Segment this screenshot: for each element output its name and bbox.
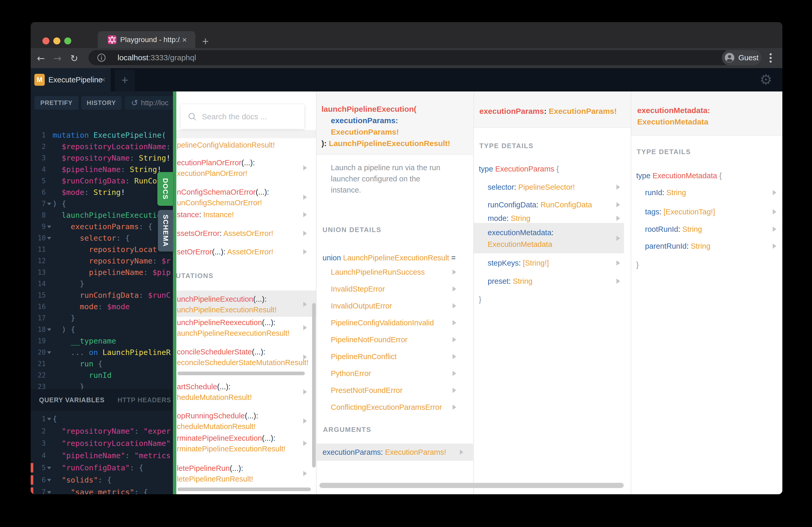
doc-row[interactable]: aunchPipelineReexecutionResult!: [177, 329, 290, 337]
doc-row[interactable]: UTATIONS: [176, 271, 214, 280]
doc-row[interactable]: executionMetadata:: [637, 106, 710, 115]
doc-row[interactable]: preset: String: [488, 277, 533, 286]
doc-row[interactable]: ssetsOrError: AssetsOrError!: [177, 229, 273, 238]
doc-row[interactable]: heduleMutationResult!: [177, 393, 252, 402]
doc-row[interactable]: type ExecutionMetadata {: [636, 171, 722, 180]
playground-new-tab-button[interactable]: +: [115, 70, 135, 91]
chevron-right-icon[interactable]: [617, 202, 620, 207]
doc-row[interactable]: rminatePipelineExecution(...):: [177, 434, 275, 442]
chevron-right-icon[interactable]: [452, 286, 456, 291]
chevron-right-icon[interactable]: [303, 441, 307, 446]
doc-row[interactable]: unConfigSchemaOrError!: [177, 198, 262, 207]
doc-row[interactable]: stepKeys: [String!]: [488, 259, 549, 267]
doc-row[interactable]: tags: [ExecutionTag!]: [645, 208, 715, 216]
doc-row[interactable]: PythonError: [331, 369, 371, 378]
doc-row[interactable]: InvalidOutputError: [331, 302, 392, 310]
chevron-right-icon[interactable]: [773, 190, 777, 195]
chevron-right-icon[interactable]: [303, 195, 307, 200]
tab-schema[interactable]: SCHEMA: [158, 210, 173, 252]
doc-row[interactable]: UNION DETAILS: [322, 225, 381, 234]
doc-row[interactable]: parentRunId: String: [645, 242, 711, 251]
doc-row[interactable]: econcileSchedulerStateMutationResult!: [177, 358, 308, 367]
doc-row[interactable]: unchPipelineReexecution(...):: [177, 318, 275, 327]
chevron-right-icon[interactable]: [303, 471, 307, 476]
chevron-right-icon[interactable]: [303, 212, 307, 217]
col1-bottom-scrollbar[interactable]: [177, 487, 311, 491]
doc-row[interactable]: opRunningSchedule(...):: [177, 412, 258, 420]
chevron-right-icon[interactable]: [617, 260, 620, 266]
doc-row[interactable]: rminatePipelineExecutionResult!: [177, 445, 286, 453]
profile-button[interactable]: Guest: [722, 50, 762, 65]
doc-row[interactable]: rootRunId: String: [645, 225, 702, 234]
doc-row[interactable]: ExecutionParams!: [331, 127, 399, 136]
playground-tab-close-icon[interactable]: ×: [101, 75, 106, 84]
chevron-right-icon[interactable]: [303, 355, 307, 360]
chevron-right-icon[interactable]: [452, 354, 456, 359]
zoom-window-button[interactable]: [64, 37, 71, 44]
doc-row[interactable]: nConfigSchemaOrError(...):: [177, 188, 269, 196]
doc-row[interactable]: stance: Instance!: [177, 210, 234, 219]
url-bar[interactable]: localhost:3333/graphql: [88, 50, 731, 65]
doc-row[interactable]: PresetNotFoundError: [331, 386, 403, 395]
chevron-right-icon[interactable]: [460, 450, 463, 455]
col1-horizontal-scrollbar[interactable]: [177, 372, 305, 375]
doc-row[interactable]: InvalidStepError: [331, 285, 385, 293]
doc-row[interactable]: executionParams:: [331, 116, 398, 125]
doc-row[interactable]: setOrError(...): AssetOrError!: [177, 247, 273, 256]
doc-row[interactable]: artSchedule(...):: [177, 382, 230, 391]
chevron-right-icon[interactable]: [617, 216, 620, 221]
chevron-right-icon[interactable]: [303, 165, 307, 170]
doc-row[interactable]: letePipelineRunResult!: [177, 475, 253, 483]
doc-row[interactable]: ecutionPlanOrError(...):: [177, 159, 255, 167]
site-info-icon[interactable]: [97, 53, 106, 62]
doc-row[interactable]: TYPE DETAILS: [479, 141, 534, 150]
close-window-button[interactable]: [42, 37, 49, 44]
chevron-right-icon[interactable]: [452, 388, 456, 393]
query-editor-pane[interactable]: PRETTIFY HISTORY ↺ http://loc 1mutation …: [31, 91, 176, 494]
chevron-right-icon[interactable]: [303, 418, 307, 424]
chevron-right-icon[interactable]: [773, 243, 777, 249]
doc-row[interactable]: ): LaunchPipelineExecutionResult!: [321, 139, 450, 148]
browser-tab-close-icon[interactable]: ×: [182, 35, 187, 44]
chevron-right-icon[interactable]: [452, 337, 456, 342]
doc-row[interactable]: ConflictingExecutionParamsError: [331, 403, 442, 412]
doc-row[interactable]: ARGUMENTS: [323, 425, 372, 434]
chevron-right-icon[interactable]: [452, 371, 456, 376]
browser-menu-icon[interactable]: [769, 52, 772, 64]
playground-tab-executepipeline[interactable]: M ExecutePipeline ×: [31, 68, 111, 91]
reload-icon[interactable]: ↻: [70, 53, 78, 63]
doc-row[interactable]: executionMetadata:: [488, 228, 553, 237]
doc-row[interactable]: instance.: [331, 186, 361, 194]
doc-row[interactable]: pelineConfigValidationResult!: [177, 141, 275, 149]
doc-row[interactable]: executionParams: ExecutionParams!: [479, 107, 617, 116]
doc-row[interactable]: launcher configured on the: [331, 175, 420, 183]
chevron-right-icon[interactable]: [303, 302, 307, 307]
doc-row[interactable]: mode: String: [488, 214, 530, 223]
doc-row[interactable]: }: [479, 295, 481, 304]
chevron-right-icon[interactable]: [617, 184, 620, 190]
chevron-right-icon[interactable]: [452, 303, 456, 308]
chevron-right-icon[interactable]: [303, 249, 307, 254]
chevron-right-icon[interactable]: [617, 236, 620, 241]
tab-docs[interactable]: DOCS: [157, 172, 173, 206]
chevron-right-icon[interactable]: [452, 320, 456, 325]
doc-row[interactable]: PipelineConfigValidationInvalid: [331, 319, 434, 327]
doc-row[interactable]: type ExecutionParams {: [479, 165, 559, 173]
browser-tab[interactable]: Playground - http://localhost:3 ×: [98, 31, 195, 48]
query-variables-editor[interactable]: 1{2 "repositoryName": "exper3 "repositor…: [31, 91, 176, 494]
chevron-right-icon[interactable]: [773, 209, 777, 214]
chevron-right-icon[interactable]: [452, 270, 456, 275]
doc-row[interactable]: PipelineRunConflict: [331, 352, 397, 361]
doc-row[interactable]: launchPipelineExecution(: [321, 105, 416, 114]
doc-row[interactable]: union LaunchPipelineExecutionResult =: [322, 254, 456, 262]
doc-row[interactable]: cheduleMutationResult!: [177, 422, 256, 431]
doc-row[interactable]: runId: String: [645, 189, 686, 197]
chevron-right-icon[interactable]: [303, 389, 307, 394]
forward-icon[interactable]: →: [54, 53, 61, 63]
doc-row[interactable]: xecutionPlanOrError!: [177, 169, 247, 178]
minimize-window-button[interactable]: [53, 37, 60, 44]
doc-row[interactable]: }: [636, 261, 639, 269]
doc-row[interactable]: ExecutionMetadata: [488, 240, 552, 249]
docs-search-input[interactable]: Search the docs ...: [180, 104, 304, 129]
back-icon[interactable]: ←: [37, 53, 45, 63]
